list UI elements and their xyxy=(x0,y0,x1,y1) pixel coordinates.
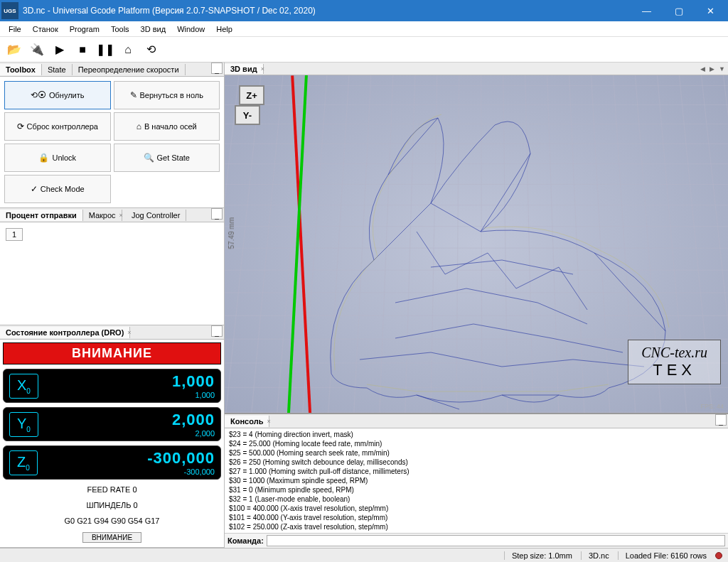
console-line: $24 = 25.000 (Homing locate feed rate, m… xyxy=(229,439,724,448)
main-toolbar: 📂 🔌 ▶ ■ ❚❚ ⌂ ⟲ xyxy=(0,37,728,63)
reset-zero-button[interactable]: ⟲⦿Обнулить xyxy=(4,81,111,109)
panel-minimize-button[interactable]: _ xyxy=(211,325,223,337)
page-1-button[interactable]: 1 xyxy=(6,228,23,241)
console-line: $32 = 1 (Laser-mode enable, boolean) xyxy=(229,495,724,504)
open-icon[interactable]: 📂 xyxy=(4,40,24,60)
menu-window[interactable]: Window xyxy=(171,23,210,35)
tab-console[interactable]: Консоль xyxy=(225,416,269,427)
status-file: 3D.nc xyxy=(581,551,609,560)
console-line: $25 = 500.000 (Homing search seek rate, … xyxy=(229,448,724,458)
check-icon: ✓ xyxy=(31,184,38,194)
menu-program[interactable]: Program xyxy=(64,23,105,35)
check-mode-button[interactable]: ✓Check Mode xyxy=(4,175,111,203)
stop-icon[interactable]: ■ xyxy=(73,40,92,60)
status-loaded: Loaded File: 6160 rows xyxy=(618,551,707,560)
tab-jog-controller[interactable]: Jog Controller xyxy=(126,210,186,221)
tab-macros[interactable]: Макрос xyxy=(83,210,122,221)
feed-rate-label: FEED RATE 0 xyxy=(3,484,221,495)
watermark: CNC-tex.ru TEX xyxy=(628,340,721,384)
menu-3dview[interactable]: 3D вид xyxy=(135,23,172,35)
window-minimize-button[interactable]: — xyxy=(631,0,663,21)
unlock-button[interactable]: 🔒Unlock xyxy=(4,144,111,172)
tab-speed-override[interactable]: Переопределение скорости xyxy=(73,64,186,75)
home-icon: ⌂ xyxy=(136,121,141,131)
alarm-banner: ВНИМАНИЕ xyxy=(3,342,221,364)
tab-menu-icon[interactable]: ▼ xyxy=(717,65,727,72)
play-icon[interactable]: ▶ xyxy=(50,40,70,60)
console-tabs: Консоль × _ xyxy=(225,414,728,428)
pencil-icon: ✎ xyxy=(130,90,137,100)
window-maximize-button[interactable]: ▢ xyxy=(663,0,695,21)
gcode-state-label: G0 G21 G94 G90 G54 G17 xyxy=(3,515,221,526)
3d-viewport[interactable]: 57.49 mm Z+ Y- FPS: 44 CNC-tex.ru TEX xyxy=(225,75,728,413)
tab-toolbox[interactable]: Toolbox xyxy=(0,64,42,75)
status-bar: Step size: 1.0mm 3D.nc Loaded File: 6160… xyxy=(0,548,728,562)
console-line: $31 = 0 (Minimum spindle speed, RPM) xyxy=(229,485,724,495)
panel-minimize-button[interactable]: _ xyxy=(211,208,223,220)
close-icon[interactable]: × xyxy=(267,418,270,425)
tab-3dview[interactable]: 3D вид xyxy=(225,64,264,74)
magnifier-icon: 🔍 xyxy=(144,153,154,163)
command-input[interactable] xyxy=(267,535,725,546)
console-line: $27 = 1.000 (Homing switch pull-off dist… xyxy=(229,467,724,476)
tab-dro[interactable]: Состояние контроллера (DRO) xyxy=(0,327,130,338)
gcode-wireframe xyxy=(289,90,687,413)
close-icon[interactable]: × xyxy=(119,212,123,219)
console-line: $23 = 4 (Homing direction invert, mask) xyxy=(229,430,724,439)
reload-icon[interactable]: ⟲ xyxy=(141,40,161,60)
dro-axis-y[interactable]: Y0 2,0002,000 xyxy=(3,407,221,441)
send-tabs: Процент отправки Макрос × Jog Controller… xyxy=(0,208,224,222)
pause-icon[interactable]: ❚❚ xyxy=(95,40,115,60)
menu-machine[interactable]: Станок xyxy=(27,23,64,35)
window-title: 3D.nc - Universal Gcode Platform (Версия… xyxy=(23,6,631,16)
tab-next-icon[interactable]: ▶ xyxy=(708,65,716,72)
return-zero-button[interactable]: ✎Вернуться в ноль xyxy=(114,81,220,109)
dro-tabs: Состояние контроллера (DRO) × _ xyxy=(0,325,224,340)
panel-minimize-button[interactable]: _ xyxy=(211,63,223,74)
toolbox-tabs: Toolbox State Переопределение скорости _ xyxy=(0,63,224,77)
tab-state[interactable]: State xyxy=(42,64,73,75)
status-step-size: Step size: 1.0mm xyxy=(504,551,572,560)
menu-tools[interactable]: Tools xyxy=(105,23,135,35)
reset-controller-button[interactable]: ⟳Сброс контроллера xyxy=(4,112,111,141)
cube-top-face[interactable]: Z+ xyxy=(239,85,264,105)
lock-icon: 🔒 xyxy=(38,153,49,163)
ruler-label: 57.49 mm xyxy=(228,217,235,249)
home-icon[interactable]: ⌂ xyxy=(118,40,138,60)
panel-minimize-button[interactable]: _ xyxy=(715,414,727,426)
home-axes-button[interactable]: ⌂В начало осей xyxy=(114,112,220,141)
console-line: $101 = 400.000 (Y-axis travel resolution… xyxy=(229,513,724,522)
menu-file[interactable]: File xyxy=(3,23,27,35)
get-state-button[interactable]: 🔍Get State xyxy=(114,144,220,172)
dro-axis-x[interactable]: X0 1,0001,000 xyxy=(3,369,221,403)
cube-front-face[interactable]: Y- xyxy=(235,105,260,125)
app-icon: UGS xyxy=(1,2,18,19)
console-line: $102 = 250.000 (Z-axis travel resolution… xyxy=(229,522,724,531)
alarm-button[interactable]: ВНИМАНИЕ xyxy=(82,532,141,543)
tab-send-percent[interactable]: Процент отправки xyxy=(0,210,83,221)
menu-bar: File Станок Program Tools 3D вид Window … xyxy=(0,21,728,37)
dro-axis-z[interactable]: Z0 -300,000-300,000 xyxy=(3,445,221,480)
fps-label: FPS: 44 xyxy=(700,403,724,410)
refresh-icon: ⟳ xyxy=(17,121,24,131)
target-icon: ⟲⦿ xyxy=(31,90,46,100)
status-indicator-icon xyxy=(715,552,722,559)
console-line: $26 = 250 (Homing switch debounce delay,… xyxy=(229,458,724,467)
view-tabs: 3D вид × ◀ ▶ ▼ xyxy=(225,63,728,75)
window-titlebar: UGS 3D.nc - Universal Gcode Platform (Ве… xyxy=(0,0,728,21)
spindle-label: ШПИНДЕЛЬ 0 xyxy=(3,499,221,511)
close-icon[interactable]: × xyxy=(127,329,131,336)
console-line: $100 = 400.000 (X-axis travel resolution… xyxy=(229,504,724,513)
console-line: $30 = 1000 (Maximum spindle speed, RPM) xyxy=(229,476,724,485)
console-output[interactable]: $23 = 4 (Homing direction invert, mask) … xyxy=(225,428,728,533)
tab-prev-icon[interactable]: ◀ xyxy=(699,65,707,72)
window-close-button[interactable]: ✕ xyxy=(695,0,727,21)
connect-icon[interactable]: 🔌 xyxy=(27,40,47,60)
command-label: Команда: xyxy=(228,536,264,545)
orientation-cube[interactable]: Z+ Y- xyxy=(235,85,269,126)
menu-help[interactable]: Help xyxy=(210,23,238,35)
close-icon[interactable]: × xyxy=(261,65,264,72)
